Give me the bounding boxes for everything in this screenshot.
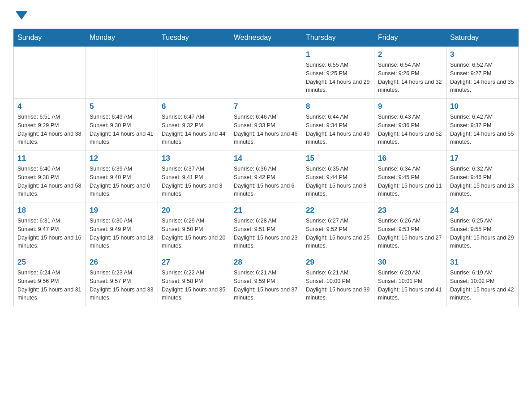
day-info: Sunrise: 6:31 AMSunset: 9:47 PMDaylight:… bbox=[17, 217, 82, 250]
day-number: 10 bbox=[450, 102, 515, 111]
day-of-week-header: Tuesday bbox=[158, 29, 230, 47]
calendar-cell: 15Sunrise: 6:35 AMSunset: 9:44 PMDayligh… bbox=[302, 150, 374, 202]
day-info: Sunrise: 6:55 AMSunset: 9:25 PMDaylight:… bbox=[306, 61, 370, 94]
day-of-week-header: Wednesday bbox=[230, 29, 302, 47]
day-info: Sunrise: 6:52 AMSunset: 9:27 PMDaylight:… bbox=[450, 61, 515, 94]
calendar-cell: 31Sunrise: 6:19 AMSunset: 10:02 PMDaylig… bbox=[446, 254, 519, 306]
calendar-cell: 8Sunrise: 6:44 AMSunset: 9:34 PMDaylight… bbox=[302, 98, 374, 150]
day-number: 2 bbox=[378, 50, 442, 59]
day-info: Sunrise: 6:40 AMSunset: 9:38 PMDaylight:… bbox=[17, 165, 82, 198]
logo bbox=[13, 9, 28, 20]
day-of-week-header: Friday bbox=[374, 29, 446, 47]
calendar-cell: 10Sunrise: 6:42 AMSunset: 9:37 PMDayligh… bbox=[446, 98, 519, 150]
day-info: Sunrise: 6:47 AMSunset: 9:32 PMDaylight:… bbox=[162, 113, 226, 146]
day-of-week-header: Saturday bbox=[446, 29, 519, 47]
day-info: Sunrise: 6:19 AMSunset: 10:02 PMDaylight… bbox=[450, 269, 515, 302]
day-number: 25 bbox=[17, 258, 82, 267]
calendar-cell: 24Sunrise: 6:25 AMSunset: 9:55 PMDayligh… bbox=[446, 202, 519, 254]
day-number: 15 bbox=[306, 154, 370, 163]
day-info: Sunrise: 6:37 AMSunset: 9:41 PMDaylight:… bbox=[162, 165, 226, 198]
day-number: 17 bbox=[450, 154, 515, 163]
day-info: Sunrise: 6:43 AMSunset: 9:36 PMDaylight:… bbox=[378, 113, 442, 146]
day-number: 4 bbox=[17, 102, 82, 111]
calendar-cell: 2Sunrise: 6:54 AMSunset: 9:26 PMDaylight… bbox=[374, 47, 446, 98]
calendar-cell: 25Sunrise: 6:24 AMSunset: 9:56 PMDayligh… bbox=[14, 254, 86, 306]
day-number: 13 bbox=[162, 154, 226, 163]
calendar-cell: 20Sunrise: 6:29 AMSunset: 9:50 PMDayligh… bbox=[158, 202, 230, 254]
day-number: 29 bbox=[306, 258, 370, 267]
day-number: 9 bbox=[378, 102, 442, 111]
day-info: Sunrise: 6:25 AMSunset: 9:55 PMDaylight:… bbox=[450, 217, 515, 250]
day-of-week-header: Sunday bbox=[14, 29, 86, 47]
calendar-cell: 5Sunrise: 6:49 AMSunset: 9:30 PMDaylight… bbox=[86, 98, 158, 150]
calendar-week-row: 18Sunrise: 6:31 AMSunset: 9:47 PMDayligh… bbox=[14, 202, 519, 254]
calendar-cell: 29Sunrise: 6:21 AMSunset: 10:00 PMDaylig… bbox=[302, 254, 374, 306]
calendar-cell: 9Sunrise: 6:43 AMSunset: 9:36 PMDaylight… bbox=[374, 98, 446, 150]
calendar-cell: 18Sunrise: 6:31 AMSunset: 9:47 PMDayligh… bbox=[14, 202, 86, 254]
calendar-cell: 28Sunrise: 6:21 AMSunset: 9:59 PMDayligh… bbox=[230, 254, 302, 306]
calendar-cell: 22Sunrise: 6:27 AMSunset: 9:52 PMDayligh… bbox=[302, 202, 374, 254]
calendar-cell: 27Sunrise: 6:22 AMSunset: 9:58 PMDayligh… bbox=[158, 254, 230, 306]
calendar-cell: 3Sunrise: 6:52 AMSunset: 9:27 PMDaylight… bbox=[446, 47, 519, 98]
logo-triangle-icon bbox=[15, 11, 28, 20]
day-info: Sunrise: 6:46 AMSunset: 9:33 PMDaylight:… bbox=[234, 113, 298, 146]
day-info: Sunrise: 6:21 AMSunset: 9:59 PMDaylight:… bbox=[234, 269, 298, 302]
day-number: 1 bbox=[306, 50, 370, 59]
day-info: Sunrise: 6:30 AMSunset: 9:49 PMDaylight:… bbox=[90, 217, 154, 250]
calendar-cell: 23Sunrise: 6:26 AMSunset: 9:53 PMDayligh… bbox=[374, 202, 446, 254]
day-info: Sunrise: 6:42 AMSunset: 9:37 PMDaylight:… bbox=[450, 113, 515, 146]
day-info: Sunrise: 6:22 AMSunset: 9:58 PMDaylight:… bbox=[162, 269, 226, 302]
day-info: Sunrise: 6:20 AMSunset: 10:01 PMDaylight… bbox=[378, 269, 442, 302]
day-number: 6 bbox=[162, 102, 226, 111]
day-info: Sunrise: 6:29 AMSunset: 9:50 PMDaylight:… bbox=[162, 217, 226, 250]
day-info: Sunrise: 6:39 AMSunset: 9:40 PMDaylight:… bbox=[90, 165, 154, 198]
day-info: Sunrise: 6:27 AMSunset: 9:52 PMDaylight:… bbox=[306, 217, 370, 250]
day-info: Sunrise: 6:51 AMSunset: 9:29 PMDaylight:… bbox=[17, 113, 82, 146]
day-info: Sunrise: 6:26 AMSunset: 9:53 PMDaylight:… bbox=[378, 217, 442, 250]
day-info: Sunrise: 6:24 AMSunset: 9:56 PMDaylight:… bbox=[17, 269, 82, 302]
day-number: 7 bbox=[234, 102, 298, 111]
day-info: Sunrise: 6:21 AMSunset: 10:00 PMDaylight… bbox=[306, 269, 370, 302]
calendar-cell: 11Sunrise: 6:40 AMSunset: 9:38 PMDayligh… bbox=[14, 150, 86, 202]
day-number: 11 bbox=[17, 154, 82, 163]
calendar-cell: 13Sunrise: 6:37 AMSunset: 9:41 PMDayligh… bbox=[158, 150, 230, 202]
calendar-week-row: 25Sunrise: 6:24 AMSunset: 9:56 PMDayligh… bbox=[14, 254, 519, 306]
calendar-cell: 1Sunrise: 6:55 AMSunset: 9:25 PMDaylight… bbox=[302, 47, 374, 98]
calendar-cell bbox=[230, 47, 302, 98]
calendar-cell: 7Sunrise: 6:46 AMSunset: 9:33 PMDaylight… bbox=[230, 98, 302, 150]
calendar-cell: 26Sunrise: 6:23 AMSunset: 9:57 PMDayligh… bbox=[86, 254, 158, 306]
calendar-cell: 17Sunrise: 6:32 AMSunset: 9:46 PMDayligh… bbox=[446, 150, 519, 202]
day-number: 12 bbox=[90, 154, 154, 163]
day-number: 24 bbox=[450, 206, 515, 215]
day-info: Sunrise: 6:34 AMSunset: 9:45 PMDaylight:… bbox=[378, 165, 442, 198]
calendar-cell bbox=[14, 47, 86, 98]
calendar-cell: 16Sunrise: 6:34 AMSunset: 9:45 PMDayligh… bbox=[374, 150, 446, 202]
day-number: 23 bbox=[378, 206, 442, 215]
day-info: Sunrise: 6:32 AMSunset: 9:46 PMDaylight:… bbox=[450, 165, 515, 198]
calendar-cell: 12Sunrise: 6:39 AMSunset: 9:40 PMDayligh… bbox=[86, 150, 158, 202]
day-number: 5 bbox=[90, 102, 154, 111]
calendar-cell bbox=[158, 47, 230, 98]
calendar-header-row: SundayMondayTuesdayWednesdayThursdayFrid… bbox=[14, 29, 519, 47]
day-info: Sunrise: 6:44 AMSunset: 9:34 PMDaylight:… bbox=[306, 113, 370, 146]
day-number: 20 bbox=[162, 206, 226, 215]
day-number: 22 bbox=[306, 206, 370, 215]
day-info: Sunrise: 6:28 AMSunset: 9:51 PMDaylight:… bbox=[234, 217, 298, 250]
day-number: 14 bbox=[234, 154, 298, 163]
day-number: 31 bbox=[450, 258, 515, 267]
calendar-cell: 14Sunrise: 6:36 AMSunset: 9:42 PMDayligh… bbox=[230, 150, 302, 202]
calendar-cell bbox=[86, 47, 158, 98]
day-number: 27 bbox=[162, 258, 226, 267]
day-of-week-header: Thursday bbox=[302, 29, 374, 47]
day-number: 18 bbox=[17, 206, 82, 215]
calendar-cell: 21Sunrise: 6:28 AMSunset: 9:51 PMDayligh… bbox=[230, 202, 302, 254]
day-info: Sunrise: 6:49 AMSunset: 9:30 PMDaylight:… bbox=[90, 113, 154, 146]
day-info: Sunrise: 6:54 AMSunset: 9:26 PMDaylight:… bbox=[378, 61, 442, 94]
day-number: 3 bbox=[450, 50, 515, 59]
day-info: Sunrise: 6:35 AMSunset: 9:44 PMDaylight:… bbox=[306, 165, 370, 198]
day-number: 21 bbox=[234, 206, 298, 215]
day-number: 19 bbox=[90, 206, 154, 215]
day-number: 26 bbox=[90, 258, 154, 267]
calendar-cell: 4Sunrise: 6:51 AMSunset: 9:29 PMDaylight… bbox=[14, 98, 86, 150]
page-header bbox=[13, 9, 519, 20]
